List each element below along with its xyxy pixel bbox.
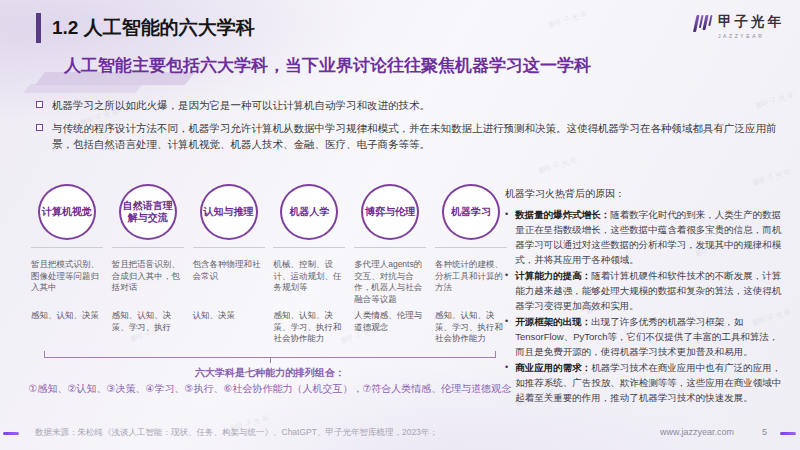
discipline-description: 暂且把模式识别、图像处理等问题归入其中 — [31, 259, 103, 305]
summary-title: 六大学科是七种能力的排列组合： — [35, 366, 505, 380]
reason-lead: 数据量的爆炸式增长： — [515, 209, 610, 220]
discipline-description: 机械、控制、设计、运动规划、任务规划等 — [273, 259, 345, 305]
summary-abilities-list: ①感知、②认知、③决策、④学习、⑤执行、⑥社会协作能力（人机交互），⑦符合人类情… — [24, 382, 516, 396]
discipline-abilities: 感知、认知、决策 — [31, 310, 103, 322]
reasons-panel: 机器学习火热背后的原因： • 数据量的爆炸式增长：随着数字化时代的到来，人类生产… — [505, 187, 788, 406]
reason-item: • 商业应用的需求：机器学习技术在商业应用中也有广泛的应用，如推荐系统、广告投放… — [505, 360, 788, 405]
page-number: 5 — [762, 427, 767, 437]
discipline-description: 多代理人agents的交互、对抗与合作，机器人与社会融合等议题 — [354, 259, 426, 305]
reason-item: • 开源框架的出现：出现了许多优秀的机器学习框架，如TensorFlow、PyT… — [505, 314, 788, 359]
discipline-abilities: 人类情感、伦理与道德观念 — [354, 310, 426, 333]
reason-item: • 数据量的爆炸式增长：随着数字化时代的到来，人类生产的数据量正在呈指数级增长，… — [505, 207, 788, 267]
square-bullet-icon — [36, 124, 43, 131]
dot-bullet-icon: • — [505, 207, 508, 267]
column-divider — [435, 247, 507, 248]
reason-text: 商业应用的需求：机器学习技术在商业应用中也有广泛的应用，如推荐系统、广告投放、欺… — [515, 360, 788, 405]
footer-accent-dash-right — [780, 432, 796, 435]
reasons-heading: 机器学习火热背后的原因： — [505, 187, 788, 201]
discipline-circle: 机器学习 — [442, 184, 500, 240]
reason-lead: 计算能力的提高： — [515, 270, 591, 281]
watermark-logo: 甲子光年 — [751, 166, 794, 189]
intro-bullet-list: 机器学习之所以如此火爆，是因为它是一种可以让计算机自动学习和改进的技术。 与传统… — [36, 98, 780, 159]
reason-lead: 商业应用的需求： — [515, 362, 591, 373]
brand-logo: 甲子光年 JAZZYEAR — [695, 13, 784, 39]
intro-bullet: 机器学习之所以如此火爆，是因为它是一种可以让计算机自动学习和改进的技术。 — [36, 98, 780, 114]
discipline-description: 包含各种物理和社会常识 — [193, 259, 265, 305]
column-divider — [354, 247, 426, 248]
discipline-column-nlp: 自然语言理解与交流 暂且把语音识别、合成归入其中，包括对话 感知、认知、决策、学… — [112, 184, 184, 345]
reason-text: 数据量的爆炸式增长：随着数字化时代的到来，人类生产的数据量正在呈指数级增长，这些… — [515, 207, 788, 267]
discipline-column-computer-vision: 计算机视觉 暂且把模式识别、图像处理等问题归入其中 感知、认知、决策 — [31, 184, 103, 345]
brand-subname: JAZZYEAR — [718, 33, 784, 39]
column-divider — [193, 247, 265, 248]
discipline-circle: 博弈与伦理 — [361, 184, 419, 240]
footer-accent-dash-left — [3, 432, 19, 435]
column-divider — [273, 247, 345, 248]
discipline-column-robotics: 机器人学 机械、控制、设计、运动规划、任务规划等 感知、认知、决策、学习、执行和… — [273, 184, 345, 345]
reason-text: 计算能力的提高：随着计算机硬件和软件技术的不断发展，计算能力越来越强，能够处理大… — [515, 268, 788, 313]
discipline-column-game-ethics: 博弈与伦理 多代理人agents的交互、对抗与合作，机器人与社会融合等议题 人类… — [354, 184, 426, 345]
discipline-abilities: 感知、认知、决策、学习、执行和社会协作能力 — [273, 310, 345, 345]
tally-marks-icon — [693, 13, 713, 32]
summary-bracket — [44, 351, 496, 358]
discipline-description: 暂且把语音识别、合成归入其中，包括对话 — [112, 259, 184, 305]
discipline-description: 各种统计的建模、分析工具和计算的方法 — [435, 259, 507, 305]
discipline-column-cognition-reasoning: 认知与推理 包含各种物理和社会常识 认知、决策 — [193, 184, 265, 345]
bracket-tick — [270, 357, 271, 363]
column-divider — [112, 247, 184, 248]
brand-name: 甲子光年 — [718, 13, 784, 31]
discipline-circle: 自然语言理解与交流 — [119, 184, 177, 240]
discipline-circle: 认知与推理 — [200, 184, 258, 240]
slide-subtitle: 人工智能主要包括六大学科，当下业界讨论往往聚焦机器学习这一学科 — [64, 54, 591, 77]
square-bullet-icon — [36, 101, 43, 108]
reason-item: • 计算能力的提高：随着计算机硬件和软件技术的不断发展，计算能力越来越强，能够处… — [505, 268, 788, 313]
discipline-abilities: 感知、认知、决策、学习、执行 — [112, 310, 184, 333]
column-divider — [31, 247, 103, 248]
footer-website: www.jazzyear.com — [660, 427, 734, 437]
intro-bullet: 与传统的程序设计方法不同，机器学习允许计算机从数据中学习规律和模式，并在未知数据… — [36, 121, 780, 153]
discipline-circle: 计算机视觉 — [38, 184, 96, 240]
dot-bullet-icon: • — [505, 314, 508, 359]
footer-source: 数据来源：朱松纯《浅谈人工智能：现状、任务、构架与统一》、ChatGPT、甲子光… — [35, 427, 438, 439]
reason-text: 开源框架的出现：出现了许多优秀的机器学习框架，如TensorFlow、PyTor… — [515, 314, 788, 359]
dot-bullet-icon: • — [505, 268, 508, 313]
intro-bullet-text: 机器学习之所以如此火爆，是因为它是一种可以让计算机自动学习和改进的技术。 — [52, 98, 430, 114]
discipline-circle: 机器人学 — [280, 184, 338, 240]
discipline-column-machine-learning: 机器学习 各种统计的建模、分析工具和计算的方法 感知、认知、决策、学习、执行和社… — [435, 184, 507, 345]
reason-lead: 开源框架的出现： — [515, 316, 591, 327]
dot-bullet-icon: • — [505, 360, 508, 405]
discipline-abilities: 认知、决策 — [193, 310, 265, 322]
watermark-logo: 甲子光年 — [547, 8, 590, 31]
page-title: 1.2 人工智能的六大学科 — [36, 13, 255, 43]
intro-bullet-text: 与传统的程序设计方法不同，机器学习允许计算机从数据中学习规律和模式，并在未知数据… — [52, 121, 780, 153]
discipline-abilities: 感知、认知、决策、学习、执行和社会协作能力 — [435, 310, 507, 345]
discipline-columns: 计算机视觉 暂且把模式识别、图像处理等问题归入其中 感知、认知、决策 自然语言理… — [31, 184, 507, 345]
banner-deco-shape — [23, 84, 142, 93]
